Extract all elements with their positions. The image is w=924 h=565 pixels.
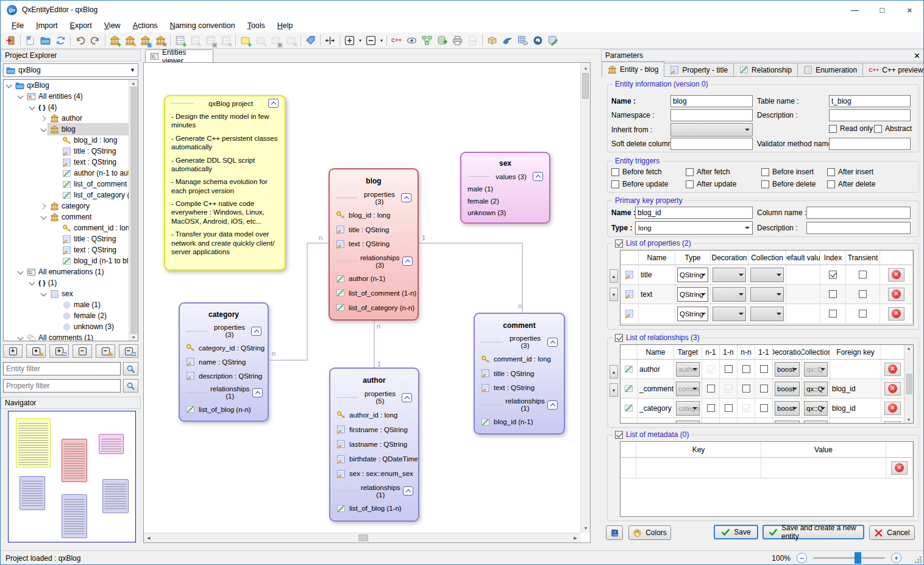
zoom-out-icon[interactable] (363, 34, 378, 48)
1-1-checkbox[interactable] (760, 365, 768, 373)
decoration-dropdown[interactable]: boost (775, 382, 800, 396)
print-icon[interactable] (450, 34, 465, 48)
collapse-properties-button[interactable] (251, 327, 261, 336)
property-row[interactable]: text : QString (336, 240, 411, 249)
transient-checkbox[interactable] (859, 271, 867, 279)
zoom-in-icon[interactable] (342, 34, 357, 48)
default-value-cell[interactable] (786, 304, 820, 324)
add-enumeration-icon[interactable]: + (172, 34, 188, 48)
display-label-icon[interactable] (303, 34, 318, 48)
foreign-key-cell[interactable]: blog_id (830, 379, 881, 399)
preview-icon[interactable] (404, 34, 419, 48)
default-value-cell[interactable] (786, 265, 820, 285)
mysql-icon[interactable] (500, 34, 515, 48)
move-row-up-button[interactable]: ▲ (609, 365, 618, 378)
collapse-relationships-button[interactable] (402, 257, 413, 266)
minimap-sex[interactable] (99, 434, 124, 454)
decoration-dropdown[interactable] (775, 421, 800, 424)
minimap-comment[interactable] (102, 479, 129, 513)
expand-properties-button[interactable]: + (49, 344, 69, 358)
property-filter-input[interactable] (3, 379, 121, 393)
sqlite-icon[interactable] (485, 34, 500, 48)
relationship-name-cell[interactable]: author (638, 360, 674, 379)
save-button[interactable]: Save (714, 525, 758, 539)
after-delete-checkbox[interactable]: After delete (827, 180, 875, 188)
minimap-author[interactable] (62, 494, 87, 538)
help-button[interactable] (606, 525, 623, 540)
tree-item-male[interactable]: male (1) (4, 299, 129, 310)
property-row[interactable]: sex : sex::enum_sex (336, 469, 412, 478)
tree-item-comment-title[interactable]: title : QString (4, 233, 129, 244)
collection-dropdown[interactable]: qx::Q (804, 401, 828, 416)
edit-enumeration-icon[interactable]: ✎ (188, 34, 203, 48)
decoration-dropdown[interactable] (713, 287, 746, 302)
1-1-checkbox[interactable] (760, 385, 768, 393)
tree-item-all-enumerations[interactable]: All enumerations (1) (4, 266, 129, 277)
tab-enumeration[interactable]: Enumeration (797, 63, 863, 77)
target-dropdown[interactable]: category (676, 401, 700, 416)
zoom-out-dropdown-icon[interactable]: ▾ (378, 38, 385, 43)
redo-icon[interactable] (88, 34, 103, 48)
open-project-icon[interactable] (38, 34, 53, 48)
zoom-in-dropdown-icon[interactable]: ▾ (357, 38, 363, 43)
foreign-key-cell[interactable]: blog_id (830, 399, 881, 418)
1-n-checkbox[interactable] (725, 385, 733, 393)
abstract-checkbox[interactable]: Abstract (874, 124, 912, 133)
tree-item-blog-category-rel[interactable]: list_of_category (... (4, 190, 129, 201)
table-name-field[interactable] (829, 95, 911, 107)
tree-scrollbar[interactable]: ▲▼ (129, 80, 138, 341)
pk-type-dropdown[interactable]: long (635, 221, 753, 235)
minimap-category[interactable] (20, 476, 45, 510)
close-parameters-icon[interactable]: ✕ (914, 51, 920, 60)
property-row[interactable]: category_id : QString (186, 343, 261, 352)
tree-item-female[interactable]: female (2) (4, 310, 129, 321)
zoom-out-button[interactable]: − (797, 553, 807, 563)
collection-dropdown[interactable]: qx::Q (804, 382, 828, 396)
enum-value-row[interactable]: unknown (3) (467, 209, 543, 216)
before-delete-checkbox[interactable]: Before delete (761, 180, 816, 188)
delete-enumeration-icon[interactable]: ✕ (218, 34, 233, 48)
project-combo[interactable]: qxBlog ▼ (3, 63, 138, 77)
cpp-export-icon[interactable]: C++ (389, 34, 404, 48)
after-insert-checkbox[interactable]: After insert (827, 168, 873, 176)
new-project-icon[interactable] (23, 34, 38, 48)
canvas-horizontal-scrollbar[interactable]: ◀ ▶ (144, 533, 580, 542)
type-dropdown[interactable]: QString (677, 287, 708, 302)
delete-row-button[interactable]: ✕ (884, 402, 901, 415)
before-update-checkbox[interactable]: Before update (611, 180, 668, 188)
exit-icon[interactable] (3, 34, 18, 48)
tree-item-all-comments[interactable]: All comments (1) (4, 332, 129, 341)
default-value-cell[interactable] (786, 285, 820, 304)
relationship-row[interactable]: author (n-1) (336, 274, 411, 283)
relationships-scrollbar[interactable]: ▲▼ (904, 345, 913, 423)
diagram-canvas[interactable]: n n 1 n n 1 qxBlog project - Design the … (144, 63, 580, 533)
enum-value-row[interactable]: female (2) (467, 197, 543, 205)
canvas-vertical-scrollbar[interactable]: ▲ ▼ (580, 63, 590, 533)
entity-filter-input[interactable] (3, 362, 121, 375)
mongodb-icon[interactable] (546, 34, 561, 48)
decoration-dropdown[interactable] (713, 268, 746, 282)
tree-item-blog-title[interactable]: title : QString (4, 146, 129, 157)
type-dropdown[interactable]: QString (677, 268, 708, 282)
minimap-note[interactable] (16, 418, 51, 467)
metadata-value-cell[interactable] (761, 458, 886, 478)
tree-item-unknown[interactable]: unknown (3) (4, 321, 129, 332)
colors-button[interactable]: Colors (628, 525, 671, 540)
script-export-icon[interactable] (465, 34, 480, 48)
tab-entity[interactable]: Entity - blog (602, 62, 664, 77)
tree-item-entity-group[interactable]: { }(4) (4, 102, 129, 113)
decoration-dropdown[interactable]: boost (775, 401, 800, 416)
duplicate-entity-icon[interactable]: ▣ (138, 34, 153, 48)
collapse-values-button[interactable] (533, 172, 543, 181)
edit-comment-icon[interactable]: ✎ (253, 34, 268, 48)
collapse-relationships-button[interactable] (403, 486, 413, 496)
properties-checkbox[interactable] (615, 240, 623, 247)
transient-checkbox[interactable] (859, 310, 867, 318)
entity-comment[interactable]: comment properties (3) comment_id : long… (474, 313, 565, 435)
cancel-button[interactable]: Cancel (869, 525, 915, 540)
entity-category[interactable]: category properties (3) category_id : QS… (179, 302, 269, 422)
tree-item-sex[interactable]: sex (4, 288, 129, 299)
menu-export[interactable]: Export (64, 20, 98, 31)
tree-item-comment[interactable]: comment (4, 211, 129, 222)
tree-item-author[interactable]: author (4, 113, 129, 124)
